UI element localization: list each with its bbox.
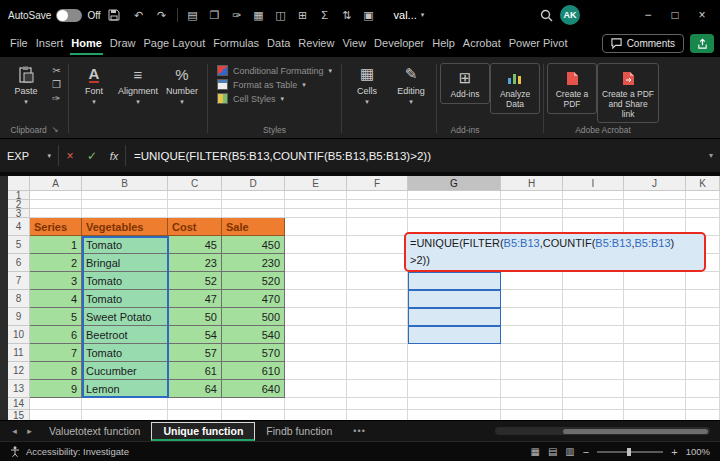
cell-C7[interactable]: 52 [168,272,222,290]
cell-E6[interactable] [285,254,347,272]
undo-icon[interactable]: ↶ [131,9,147,22]
cell-I15[interactable] [563,410,624,420]
cell-J12[interactable] [624,362,686,380]
cell-F14[interactable] [347,398,408,410]
row-header-15[interactable]: 15 [8,410,30,420]
cell-B6[interactable]: Bringal [82,254,168,272]
row-header-10[interactable]: 10 [8,326,30,344]
cell-D7[interactable]: 520 [222,272,285,290]
insert-table-icon[interactable]: ▦ [251,9,267,22]
cell-E7[interactable] [285,272,347,290]
cell-H9[interactable] [501,308,563,326]
cut-icon[interactable]: ✂ [52,65,61,76]
column-header-A[interactable]: A [30,176,82,191]
cell-I7[interactable] [563,272,624,290]
cell-E11[interactable] [285,344,347,362]
previous-sheet-icon[interactable]: ◂ [8,426,21,436]
row-header-5[interactable]: 5 [8,236,30,254]
zoom-slider[interactable] [597,451,663,453]
cell-D9[interactable]: 500 [222,308,285,326]
cell-C11[interactable]: 57 [168,344,222,362]
cell-B5[interactable]: Tomato [82,236,168,254]
cell-I2[interactable] [563,200,624,209]
cell-A14[interactable] [30,398,82,410]
sheet-tab-unique-function[interactable]: Unique function [151,422,255,441]
cell-J13[interactable] [624,380,686,398]
cell-C1[interactable] [168,191,222,200]
cell-F2[interactable] [347,200,408,209]
cell-B13[interactable]: Lemon [82,380,168,398]
format-as-table-button[interactable]: Format as Table ▾ [217,79,332,90]
cell-K3[interactable] [686,209,720,218]
cell-A11[interactable]: 7 [30,344,82,362]
share-button[interactable] [690,34,714,53]
next-sheet-icon[interactable]: ▸ [23,426,36,436]
column-header-E[interactable]: E [285,176,347,191]
cell-G15[interactable] [408,410,501,420]
cell-C12[interactable]: 61 [168,362,222,380]
menu-tab-view[interactable]: View [338,31,370,56]
row-header-4[interactable]: 4 [8,218,30,236]
cell-I8[interactable] [563,290,624,308]
cell-H3[interactable] [501,209,563,218]
cell-J3[interactable] [624,209,686,218]
cell-C4[interactable]: Cost [168,218,222,236]
create-pdf-button[interactable]: Create a PDF [547,63,597,114]
menu-tab-review[interactable]: Review [294,31,338,56]
cell-K15[interactable] [686,410,720,420]
menu-tab-power-pivot[interactable]: Power Pivot [505,31,572,56]
cell-G14[interactable] [408,398,501,410]
cell-J9[interactable] [624,308,686,326]
cell-D15[interactable] [222,410,285,420]
row-header-3[interactable]: 3 [8,209,30,218]
autosave-toggle[interactable]: AutoSave Off [8,9,101,22]
cell-G11[interactable] [408,344,501,362]
cell-F8[interactable] [347,290,408,308]
row-header-11[interactable]: 11 [8,344,30,362]
copy-icon[interactable]: ❐ [207,9,223,22]
cell-D8[interactable]: 470 [222,290,285,308]
cell-D14[interactable] [222,398,285,410]
cell-B14[interactable] [82,398,168,410]
cell-B12[interactable]: Cucumber [82,362,168,380]
cell-styles-button[interactable]: Cell Styles ▾ [217,93,332,104]
cell-F10[interactable] [347,326,408,344]
cell-A4[interactable]: Series [30,218,82,236]
cell-A7[interactable]: 3 [30,272,82,290]
cell-F15[interactable] [347,410,408,420]
page-break-view-icon[interactable]: ▥ [565,446,574,457]
cell-J7[interactable] [624,272,686,290]
cell-C8[interactable]: 47 [168,290,222,308]
editing-group-button[interactable]: ✎ Editing ▾ [389,59,433,106]
cell-B11[interactable]: Tomato [82,344,168,362]
cell-C9[interactable]: 50 [168,308,222,326]
menu-tab-developer[interactable]: Developer [370,31,428,56]
cell-E14[interactable] [285,398,347,410]
cell-J15[interactable] [624,410,686,420]
comments-button[interactable]: Comments [602,34,684,53]
column-header-H[interactable]: H [501,176,563,191]
row-header-8[interactable]: 8 [8,290,30,308]
cell-J1[interactable] [624,191,686,200]
name-box[interactable]: EXP ▾ [0,139,58,172]
cell-I14[interactable] [563,398,624,410]
cell-I13[interactable] [563,380,624,398]
cell-E4[interactable] [285,218,347,236]
formula-input[interactable]: =UNIQUE(FILTER(B5:B13,COUNTIF(B5:B13,B5:… [126,139,702,172]
row-header-6[interactable]: 6 [8,254,30,272]
cell-C15[interactable] [168,410,222,420]
column-header-I[interactable]: I [563,176,624,191]
cell-K10[interactable] [686,326,720,344]
cell-H15[interactable] [501,410,563,420]
insert-chart-icon[interactable]: ◫ [273,9,289,22]
menu-tab-file[interactable]: File [6,31,32,56]
menu-tab-insert[interactable]: Insert [32,31,68,56]
cell-C3[interactable] [168,209,222,218]
cell-D4[interactable]: Sale [222,218,285,236]
cell-D3[interactable] [222,209,285,218]
cell-I1[interactable] [563,191,624,200]
cell-H12[interactable] [501,362,563,380]
number-group-button[interactable]: % Number ▾ [160,59,204,106]
horizontal-scrollbar[interactable] [495,427,710,435]
cell-I11[interactable] [563,344,624,362]
